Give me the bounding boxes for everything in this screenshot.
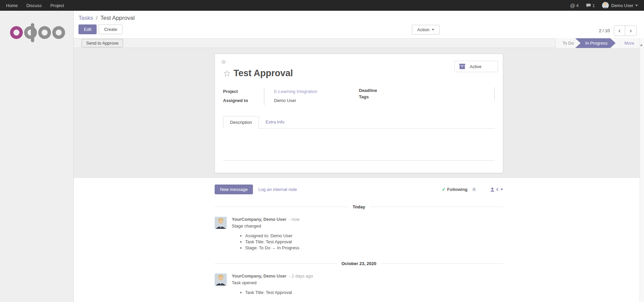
- date-divider-october: October 23, 2020: [215, 261, 503, 266]
- pager-value: 2 / 10: [599, 28, 610, 33]
- divider-label: October 23, 2020: [341, 261, 376, 266]
- kanban-state-icon[interactable]: [221, 60, 226, 64]
- active-stat-button[interactable]: Active: [454, 61, 498, 72]
- user-menu[interactable]: Demo User: [602, 2, 638, 9]
- logo-letter-d: [24, 26, 37, 39]
- message-timestamp: - now: [289, 217, 300, 222]
- logo-letter-o2: [38, 26, 51, 39]
- message-author[interactable]: YourCompany, Demo User: [232, 217, 286, 222]
- control-panel: Tasks / Test Approval Edit Create Action…: [74, 11, 644, 38]
- mention-icon: @: [570, 3, 575, 8]
- log-internal-note-link[interactable]: Log an internal note: [258, 187, 297, 192]
- message-author-avatar[interactable]: [215, 217, 227, 229]
- following-button[interactable]: Following: [447, 187, 468, 192]
- topbar-right: @ 4 1 Demo User: [563, 2, 638, 9]
- pager-previous-button[interactable]: ‹: [614, 26, 625, 36]
- follower-person-icon: [490, 187, 495, 192]
- tab-description[interactable]: Description: [223, 116, 259, 129]
- title-row: ☆ Test Approval: [223, 68, 495, 79]
- follower-count: 4: [496, 187, 498, 192]
- action-label: Action: [417, 27, 429, 32]
- assigned-to-field-value: Demo User: [264, 96, 359, 105]
- message-subject: Task opened: [232, 280, 313, 285]
- breadcrumb: Tasks / Test Approval: [78, 15, 644, 21]
- stage-selector: To Do In Progress More: [555, 38, 640, 48]
- field-group-left: Project E-Learning Integration Assigned …: [223, 87, 359, 105]
- form-statusbar: Send to Approve To Do In Progress More: [74, 38, 644, 48]
- pager-next-button[interactable]: ›: [625, 26, 636, 36]
- message-subject: Stage changed: [232, 223, 300, 229]
- chatter: New message Log an internal note ✓ Follo…: [74, 178, 644, 296]
- active-button-label: Active: [470, 64, 481, 69]
- caret-down-icon: [432, 29, 434, 31]
- assigned-to-field-label: Assigned to: [223, 96, 264, 105]
- pager: 2 / 10 ‹ ›: [599, 26, 637, 36]
- menu-discuss[interactable]: Discuss: [26, 3, 42, 8]
- following-check-icon: ✓: [442, 187, 445, 192]
- message-task-opened: YourCompany, Demo User - 2 days ago Task…: [215, 273, 503, 296]
- project-field-label: Project: [223, 87, 264, 96]
- chatter-toolbar: New message Log an internal note ✓ Follo…: [215, 185, 503, 194]
- archive-box-icon: [459, 63, 466, 69]
- main-content: Tasks / Test Approval Edit Create Action…: [74, 11, 644, 302]
- chat-bubble-icon: [586, 3, 591, 8]
- field-groups: Project E-Learning Integration Assigned …: [223, 87, 495, 105]
- date-divider-today: Today: [215, 204, 503, 209]
- vertical-scrollbar[interactable]: [640, 38, 644, 302]
- stage-more[interactable]: More: [615, 38, 640, 48]
- logo-letter-o1: [10, 26, 23, 39]
- scroll-up-arrow-icon[interactable]: [640, 38, 643, 46]
- mention-count: 4: [576, 3, 579, 8]
- odoo-logo: [10, 19, 73, 39]
- action-dropdown-button[interactable]: Action: [412, 25, 440, 35]
- breadcrumb-tasks-link[interactable]: Tasks: [78, 15, 93, 21]
- tracking-item: Stage: To Do → In Progress: [245, 245, 300, 251]
- edit-button[interactable]: Edit: [78, 24, 97, 34]
- user-name: Demo User: [611, 3, 633, 8]
- tracking-values: Assigned to: Demo User Task Title: Test …: [245, 233, 300, 251]
- message-stage-changed: YourCompany, Demo User - now Stage chang…: [215, 217, 503, 251]
- message-count: 1: [592, 3, 595, 8]
- message-timestamp: - 2 days ago: [289, 273, 313, 279]
- menu-home[interactable]: Home: [6, 3, 18, 8]
- bell-icon[interactable]: [472, 187, 477, 192]
- task-title: Test Approval: [233, 68, 293, 79]
- tags-field-label: Tags: [359, 94, 402, 100]
- divider-label: Today: [353, 204, 365, 209]
- control-panel-buttons: Edit Create: [78, 24, 644, 34]
- favorite-star-icon[interactable]: ☆: [223, 69, 231, 78]
- deadline-field-value: [402, 87, 495, 94]
- followers-dropdown[interactable]: 4: [490, 187, 503, 192]
- tracking-values: Task Title: Test Approval: [245, 290, 313, 296]
- tracking-item: Assigned to: Demo User: [245, 233, 300, 239]
- user-avatar: [602, 2, 609, 9]
- breadcrumb-separator: /: [96, 15, 98, 21]
- caret-down-icon: [500, 189, 503, 190]
- breadcrumb-current: Test Approval: [100, 15, 135, 21]
- notebook-tabs: Description Extra Info: [223, 116, 495, 129]
- deadline-field-label: Deadline: [359, 87, 402, 94]
- logo-letter-o3: [52, 26, 65, 39]
- apps-sidebar: [0, 11, 74, 302]
- description-pane[interactable]: [223, 129, 495, 161]
- message-author-avatar[interactable]: [215, 273, 227, 286]
- messages-counter[interactable]: 1: [586, 3, 595, 8]
- tags-field-value: [402, 94, 495, 100]
- mentions-counter[interactable]: @ 4: [570, 3, 579, 8]
- sheet-background: Active ☆ Test Approval Project E-Learnin…: [74, 48, 644, 178]
- new-message-button[interactable]: New message: [215, 185, 253, 194]
- tracking-item: Task Title: Test Approval: [245, 290, 313, 296]
- task-form-sheet: Active ☆ Test Approval Project E-Learnin…: [215, 54, 503, 173]
- caret-down-icon: [635, 5, 638, 6]
- message-author[interactable]: YourCompany, Demo User: [232, 273, 286, 279]
- project-field-value[interactable]: E-Learning Integration: [264, 87, 359, 96]
- tracking-item: Task Title: Test Approval: [245, 239, 300, 245]
- menu-project[interactable]: Project: [50, 3, 64, 8]
- top-navbar: Home Discuss Project @ 4 1 Demo User: [0, 0, 644, 11]
- tab-extra-info[interactable]: Extra Info: [259, 116, 291, 128]
- field-group-right: Deadline Tags: [359, 87, 495, 105]
- create-button[interactable]: Create: [99, 24, 122, 34]
- stage-in-progress[interactable]: In Progress: [575, 38, 615, 48]
- send-to-approve-button[interactable]: Send to Approve: [82, 39, 123, 47]
